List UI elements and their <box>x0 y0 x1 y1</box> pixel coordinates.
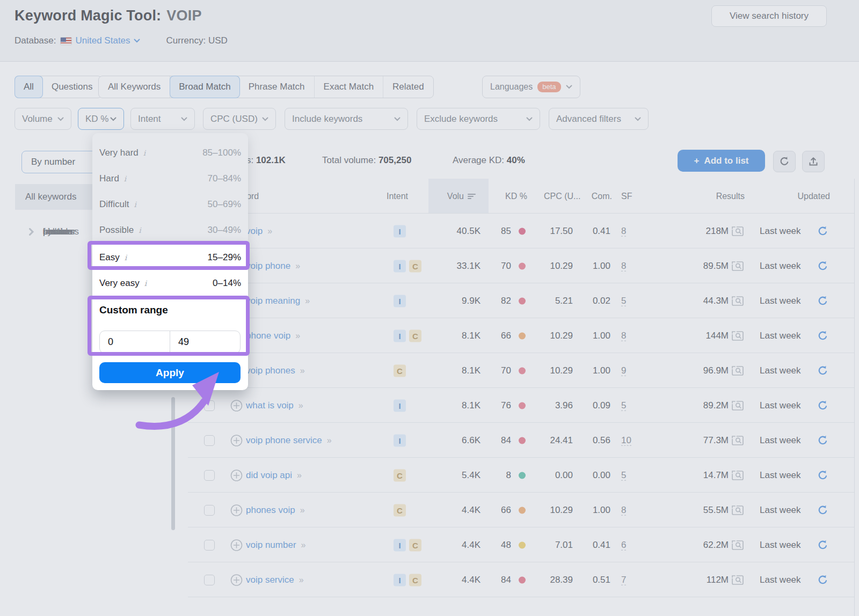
apply-button[interactable]: Apply <box>99 362 241 383</box>
serp-features-link[interactable]: 5 <box>621 400 626 411</box>
column-header-intent[interactable]: Intent <box>387 192 408 201</box>
keyword-link[interactable]: what is voip » <box>246 400 302 411</box>
filter-kd[interactable]: KD % <box>78 108 124 130</box>
serp-preview-icon[interactable] <box>731 435 744 446</box>
kd-option-very-hard[interactable]: Very hardi 85–100% <box>92 140 248 166</box>
serp-features-link[interactable]: 10 <box>621 435 631 446</box>
refresh-icon[interactable] <box>817 539 828 551</box>
tab-all[interactable]: All <box>14 76 43 98</box>
row-checkbox[interactable] <box>204 435 215 446</box>
open-keyword-icon[interactable]: » <box>327 436 331 445</box>
kd-option-possible[interactable]: Possiblei 30–49% <box>92 217 248 243</box>
serp-preview-icon[interactable] <box>731 260 744 272</box>
tab-questions[interactable]: Questions <box>42 76 102 98</box>
serp-preview-icon[interactable] <box>731 470 744 481</box>
open-keyword-icon[interactable]: » <box>300 505 304 515</box>
refresh-icon[interactable] <box>817 225 828 237</box>
add-to-list-button[interactable]: + Add to list <box>678 150 765 172</box>
row-checkbox[interactable] <box>204 470 215 481</box>
add-keyword-icon[interactable] <box>230 539 243 551</box>
row-checkbox[interactable] <box>204 575 215 585</box>
keyword-link[interactable]: phones voip » <box>246 505 304 516</box>
kd-option-easy[interactable]: Easyi 15–29% <box>92 245 248 270</box>
keyword-link[interactable]: did voip api » <box>246 470 301 481</box>
info-icon[interactable]: i <box>144 279 147 288</box>
custom-range-to-input[interactable] <box>170 331 240 353</box>
database-select[interactable]: United States <box>76 35 140 46</box>
refresh-icon[interactable] <box>817 295 828 306</box>
serp-features-link[interactable]: 7 <box>621 574 626 585</box>
serp-features-link[interactable]: 6 <box>621 539 626 551</box>
info-icon[interactable]: i <box>134 200 136 209</box>
tab-broad-match[interactable]: Broad Match <box>170 76 239 98</box>
filter-exclude-keywords[interactable]: Exclude keywords <box>417 108 540 130</box>
add-keyword-icon[interactable] <box>230 399 243 412</box>
refresh-button[interactable] <box>773 151 796 172</box>
serp-preview-icon[interactable] <box>731 504 744 516</box>
refresh-icon[interactable] <box>817 330 828 341</box>
refresh-icon[interactable] <box>817 365 828 376</box>
kd-option-very-easy[interactable]: Very easyi 0–14% <box>92 270 248 296</box>
open-keyword-icon[interactable]: » <box>299 401 302 410</box>
tab-all-keywords[interactable]: All Keywords <box>99 76 170 98</box>
keyword-link[interactable]: voip service » <box>246 575 303 585</box>
refresh-icon[interactable] <box>817 504 828 516</box>
info-icon[interactable]: i <box>125 253 127 262</box>
refresh-icon[interactable] <box>817 470 828 481</box>
tab-phrase-match[interactable]: Phrase Match <box>239 76 315 98</box>
keyword-link[interactable]: voip phones » <box>246 365 304 376</box>
keyword-link[interactable]: voip phone service » <box>246 435 331 446</box>
open-keyword-icon[interactable]: » <box>299 575 303 585</box>
open-keyword-icon[interactable]: » <box>267 226 271 236</box>
keyword-link[interactable]: voip number » <box>246 540 304 551</box>
serp-preview-icon[interactable] <box>731 400 744 411</box>
keyword-link[interactable]: phone voip » <box>246 331 299 341</box>
export-button[interactable] <box>802 151 825 172</box>
add-keyword-icon[interactable] <box>230 504 243 516</box>
tab-exact-match[interactable]: Exact Match <box>315 76 384 98</box>
column-header-results[interactable]: Results <box>716 192 745 201</box>
column-header-kd[interactable]: KD % <box>505 192 527 201</box>
add-keyword-icon[interactable] <box>230 574 243 586</box>
info-icon[interactable]: i <box>124 174 126 183</box>
serp-preview-icon[interactable] <box>731 225 744 237</box>
refresh-icon[interactable] <box>817 400 828 411</box>
open-keyword-icon[interactable]: » <box>300 366 304 376</box>
open-keyword-icon[interactable]: » <box>295 331 299 341</box>
column-header-updated[interactable]: Updated <box>798 192 831 201</box>
info-icon[interactable]: i <box>139 226 141 234</box>
keyword-link[interactable]: voip meaning » <box>246 296 309 306</box>
row-checkbox[interactable] <box>204 400 215 411</box>
column-header-sf[interactable]: SF <box>621 192 632 201</box>
view-search-history-button[interactable]: View search history <box>711 5 827 27</box>
serp-preview-icon[interactable] <box>731 574 744 585</box>
keyword-link[interactable]: voip » <box>246 226 271 237</box>
serp-features-link[interactable]: 5 <box>621 470 626 481</box>
serp-features-link[interactable]: 8 <box>621 225 626 237</box>
kd-option-difficult[interactable]: Difficulti 50–69% <box>92 192 248 217</box>
languages-dropdown[interactable]: Languages beta <box>482 76 580 98</box>
custom-range-from-input[interactable] <box>100 331 170 353</box>
refresh-icon[interactable] <box>817 435 828 446</box>
serp-preview-icon[interactable] <box>731 365 744 376</box>
serp-features-link[interactable]: 5 <box>621 295 626 306</box>
tab-related[interactable]: Related <box>383 76 433 98</box>
add-keyword-icon[interactable] <box>230 469 243 481</box>
row-checkbox[interactable] <box>204 540 215 551</box>
open-keyword-icon[interactable]: » <box>305 296 309 306</box>
add-keyword-icon[interactable] <box>230 434 243 446</box>
column-header-cpc[interactable]: CPC (U... <box>544 192 580 201</box>
serp-features-link[interactable]: 8 <box>621 260 626 272</box>
open-keyword-icon[interactable]: » <box>301 540 305 550</box>
column-header-com[interactable]: Com. <box>592 192 612 201</box>
serp-features-link[interactable]: 9 <box>621 365 626 376</box>
filter-volume[interactable]: Volume <box>14 108 71 130</box>
serp-preview-icon[interactable] <box>731 539 744 551</box>
serp-features-link[interactable]: 8 <box>621 330 626 341</box>
refresh-icon[interactable] <box>817 574 828 585</box>
open-keyword-icon[interactable]: » <box>295 261 299 271</box>
column-header-volume[interactable]: Volu <box>447 192 476 201</box>
serp-features-link[interactable]: 8 <box>621 504 626 516</box>
row-checkbox[interactable] <box>204 505 215 516</box>
filter-include-keywords[interactable]: Include keywords <box>285 108 408 130</box>
